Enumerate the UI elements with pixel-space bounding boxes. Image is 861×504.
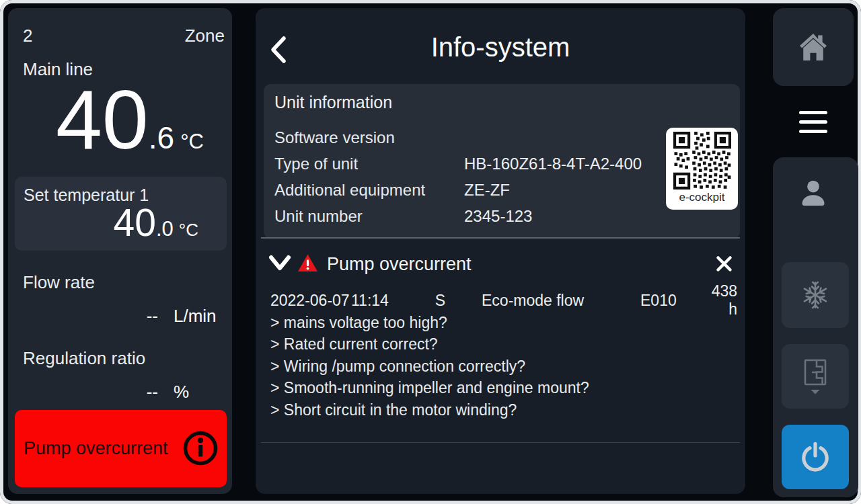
close-icon xyxy=(715,255,733,273)
unit-information-title: Unit information xyxy=(274,93,392,112)
row-value: 2345-123 xyxy=(464,207,532,226)
row-value: ZE-ZF xyxy=(464,181,510,200)
list-item: > Short circuit in the motor winding? xyxy=(270,399,732,421)
table-row: Type of unit HB-160Z61-8-4T-A2-400 xyxy=(274,151,729,177)
home-icon xyxy=(797,32,829,62)
alarm-banner-label: Pump overcurrent xyxy=(24,410,168,487)
power-button[interactable] xyxy=(782,425,849,489)
alarm-mode: Eco-mode flow xyxy=(472,292,640,310)
row-label: Software version xyxy=(274,128,464,147)
row-label: Type of unit xyxy=(274,155,464,173)
user-icon xyxy=(798,177,829,214)
zone-header: 2 Zone xyxy=(8,26,232,46)
alarm-banner[interactable]: Pump overcurrent xyxy=(15,410,227,487)
row-label: Unit number xyxy=(274,207,464,226)
row-label: Additional equipment xyxy=(274,181,464,200)
user-button[interactable] xyxy=(773,173,854,218)
flow-rate-label: Flow rate xyxy=(23,272,95,293)
table-row: Unit number 2345-123 xyxy=(274,203,729,229)
flow-rate-value: -- xyxy=(118,306,158,327)
menu-button[interactable] xyxy=(773,87,854,156)
alarm-title: Pump overcurrent xyxy=(327,253,472,276)
alarm-close-button[interactable] xyxy=(712,251,736,276)
regulation-ratio-unit: % xyxy=(174,382,189,403)
main-temperature-display: 40 .6 °C xyxy=(56,78,204,161)
alarm-state: S xyxy=(408,292,472,310)
alarm-time: 11:14 xyxy=(351,292,408,310)
table-row: Additional equipment ZE-ZF xyxy=(274,177,729,203)
chevron-down-icon xyxy=(268,254,291,273)
main-temp-decimal: .6 xyxy=(149,120,174,156)
zone-number: 2 xyxy=(23,26,32,46)
qr-code-label: e-cockpit xyxy=(679,191,724,204)
home-button[interactable] xyxy=(773,8,854,86)
row-value: HB-160Z61-8-4T-A2-400 xyxy=(464,155,642,173)
mold-icon xyxy=(800,357,831,396)
list-item: > Wiring /pump connection correctly? xyxy=(270,355,732,377)
snowflake-icon xyxy=(799,279,831,311)
table-row: Software version xyxy=(274,124,729,151)
qr-code-card: e-cockpit xyxy=(666,128,738,210)
set-temp-integer: 40 xyxy=(114,204,156,242)
list-item: > Smooth-running impeller and engine mou… xyxy=(270,377,732,398)
flow-rate-unit: L/min xyxy=(174,306,217,327)
set-temperature-box[interactable]: Set temperatur 1 40 .0 °C xyxy=(15,177,227,251)
alarm-date: 2022-06-07 xyxy=(270,292,351,310)
mold-button[interactable] xyxy=(782,344,849,409)
alarm-check-list: > mains voltage too high? > Rated curren… xyxy=(270,312,732,421)
sidebar-button-stack xyxy=(773,157,858,497)
qr-code-icon xyxy=(673,132,731,190)
power-icon xyxy=(799,441,831,473)
regulation-ratio-value: -- xyxy=(118,382,158,403)
cooling-button[interactable] xyxy=(782,262,849,328)
list-item: > Rated current correct? xyxy=(270,333,732,355)
set-temp-unit: °C xyxy=(179,220,198,241)
set-temperature-value: 40 .0 °C xyxy=(114,204,198,242)
warning-icon xyxy=(297,253,318,273)
menu-icon xyxy=(799,111,827,114)
alarm-collapse-button[interactable] xyxy=(266,250,293,277)
divider xyxy=(261,237,740,239)
unit-information-section: Unit information Software version Type o… xyxy=(264,84,740,239)
set-temp-decimal: .0 xyxy=(156,217,174,241)
hmi-screen: 2 Zone Main line 40 .6 °C Set temperatur… xyxy=(0,0,861,504)
list-item: > mains voltage too high? xyxy=(270,312,732,333)
info-system-panel: Info-system Unit information Software ve… xyxy=(256,8,745,494)
info-icon[interactable] xyxy=(183,431,218,466)
main-temp-unit: °C xyxy=(180,130,204,154)
main-temp-integer: 40 xyxy=(56,78,149,161)
zone-label: Zone xyxy=(185,26,225,46)
zone-panel: 2 Zone Main line 40 .6 °C Set temperatur… xyxy=(8,8,232,494)
unit-information-rows: Software version Type of unit HB-160Z61-… xyxy=(274,124,729,229)
regulation-ratio-label: Regulation ratio xyxy=(23,348,145,369)
divider xyxy=(261,442,740,443)
alarm-code: E010 xyxy=(640,292,701,310)
page-title: Info-system xyxy=(256,32,745,62)
